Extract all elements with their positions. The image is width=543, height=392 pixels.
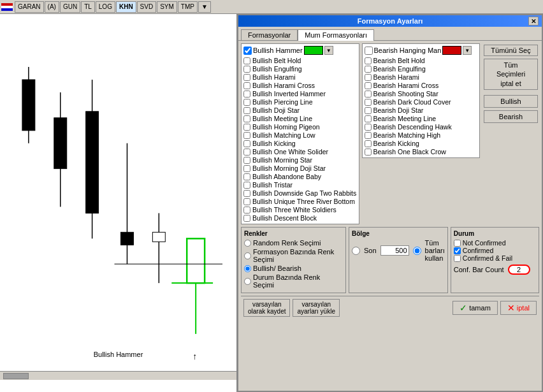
bearish-color-dropdown[interactable]: ▼ [463, 46, 472, 55]
tum-secimleri-iptal-button[interactable]: Tüm Seçimleri iptal et [484, 59, 538, 90]
renkler-section: Renkler Random Renk Seçimi Formasyon Baz… [241, 227, 346, 293]
list-item: Bearish Matching High [365, 131, 478, 139]
bullish-hammer-label: Bullish Hammer [253, 47, 303, 54]
bearish-list-container: Bearish Hanging Man ▼ Bearish Belt Hold … [362, 43, 481, 158]
list-item: Bullish Abandone Baby [243, 173, 357, 180]
dialog-content: Bullish Hammer ▼ Bullish Belt Hold Bulli… [238, 41, 542, 322]
svg-text:↑: ↑ [192, 351, 197, 361]
toolbar-dropdown[interactable]: ▼ [198, 1, 211, 13]
bottom-sections: Renkler Random Renk Seçimi Formasyon Baz… [241, 227, 539, 293]
tab-formasyonlar[interactable]: Formasyonlar [241, 29, 298, 40]
tum-barlari-kullan-label: Tüm barları kullan [425, 239, 445, 262]
son-input[interactable] [380, 245, 409, 256]
check-icon: ✓ [460, 303, 467, 313]
list-item: Bullish Harami Cross [243, 82, 357, 89]
iptal-button[interactable]: ✕ iptal [500, 301, 537, 315]
durum-confirmed-fail: Confirmed & Fail [454, 254, 536, 262]
renkler-title: Renkler [244, 230, 343, 237]
main-area: ↑ Bullish Hammer Formasyon Ayarları ✕ Fo… [0, 14, 543, 392]
toolbar-svd[interactable]: SVD [137, 1, 157, 13]
bullish-color-swatch [304, 46, 323, 55]
top-row: Bullish Hammer ▼ Bullish Belt Hold Bulli… [241, 43, 539, 224]
list-item: Bullish Meeting Line [243, 115, 357, 122]
toolbar-sym[interactable]: SYM [157, 1, 177, 13]
varsayilan-kaydet-button[interactable]: varsayılan olarak kaydet [243, 299, 290, 317]
svg-rect-1 [22, 80, 35, 131]
bullish-hammer-checkbox[interactable] [243, 47, 252, 55]
svg-rect-11 [187, 238, 205, 283]
bullish-color-dropdown[interactable]: ▼ [324, 46, 333, 55]
list-item: Bullish Morning Doji Star [243, 164, 357, 172]
chart-label: Bullish Hammer [94, 351, 143, 358]
list-item: Bearish Doji Star [365, 106, 478, 114]
bottom-right-buttons: ✓ tamam ✕ iptal [452, 301, 537, 315]
toolbar-log[interactable]: LOG [96, 1, 115, 13]
list-item: Bullish Unique Three River Bottom [243, 198, 357, 205]
tab-mum-formasyonlari[interactable]: Mum Formasyonları [298, 29, 374, 41]
svg-rect-5 [86, 112, 99, 214]
scrollbar-thumb[interactable] [3, 373, 29, 379]
tumunu-sec-button[interactable]: Tümünü Seç [484, 45, 538, 56]
bearish-button[interactable]: Bearish [484, 110, 538, 123]
list-item: Bullish Descent Block [243, 214, 357, 222]
list-item: Bearish One Black Crow [365, 148, 478, 156]
toolbar-tl[interactable]: TL [81, 1, 95, 13]
bottom-left-buttons: varsayılan olarak kaydet varsayılan ayar… [243, 299, 340, 317]
svg-rect-9 [152, 232, 165, 242]
durum-title: Durum [454, 230, 536, 237]
svg-rect-3 [54, 118, 67, 169]
son-label: Son [364, 247, 377, 254]
bullish-checkbox-list: Bullish Belt Hold Bullish Engulfing Bull… [243, 57, 357, 222]
list-item: Bullish Inverted Hammer [243, 90, 357, 98]
tamam-button[interactable]: ✓ tamam [452, 301, 498, 315]
durum-confirmed: Confirmed [454, 247, 536, 254]
dialog-panel: Formasyon Ayarları ✕ Formasyonlar Mum Fo… [237, 14, 543, 392]
list-item: Bullish Harami [243, 73, 357, 81]
bullish-header-row: Bullish Hammer ▼ [243, 46, 357, 55]
toolbar-gun[interactable]: GUN [60, 1, 80, 13]
radio-formasyon: Formasyon Bazında Renk Seçimi [244, 248, 343, 263]
toolbar-period[interactable]: (A) [45, 1, 59, 13]
candlestick-chart: ↑ [0, 14, 236, 371]
chart-scrollbar[interactable] [0, 371, 236, 380]
list-item: Bullish Tristar [243, 181, 357, 189]
list-item: Bearish Kicking [365, 140, 478, 147]
radio-bullish-bearish: Bullish/ Bearish [244, 265, 343, 272]
bearish-header-row: Bearish Hanging Man ▼ [365, 46, 478, 55]
toolbar-tmp[interactable]: TMP [178, 1, 198, 13]
list-item: Bullish Kicking [243, 140, 357, 147]
toolbar-garan[interactable]: GARAN [15, 1, 44, 13]
list-item: Bearish Descending Hawk [365, 123, 478, 131]
list-item: Bearish Dark Cloud Cover [365, 98, 478, 106]
list-item: Bullish Matching Low [243, 131, 357, 139]
tab-bar: Formasyonlar Mum Formasyonları [238, 27, 542, 41]
list-item: Bullish Doji Star [243, 106, 357, 114]
dialog-titlebar: Formasyon Ayarları ✕ [238, 15, 542, 27]
list-item: Bullish Piercing Line [243, 98, 357, 106]
flag-icon [1, 3, 13, 11]
bullish-list-container: Bullish Hammer ▼ Bullish Belt Hold Bulli… [241, 43, 359, 224]
conf-bar-count-row: Conf. Bar Count [454, 265, 536, 275]
bearish-color-swatch [442, 46, 461, 55]
durum-section: Durum Not Confirmed Confirmed Confirmed … [451, 227, 539, 293]
list-item: Bullish Morning Star [243, 156, 357, 164]
list-item: Bearish Harami Cross [365, 82, 478, 89]
x-icon: ✕ [507, 303, 515, 313]
radio-random: Random Renk Seçimi [244, 239, 343, 247]
list-item: Bullish Engulfing [243, 65, 357, 73]
bullish-button[interactable]: Bullish [484, 95, 538, 108]
conf-bar-count-label: Conf. Bar Count [454, 266, 504, 273]
conf-bar-count-input[interactable] [508, 265, 530, 275]
bolge-row: Son Tüm barları kullan [352, 239, 445, 262]
list-item: Bullish Belt Hold [243, 57, 357, 64]
dialog-close-button[interactable]: ✕ [528, 17, 539, 25]
toolbar-khn[interactable]: KHN [116, 1, 136, 13]
list-item: Bullish One White Solider [243, 148, 357, 156]
right-button-panel: Tümünü Seç Tüm Seçimleri iptal et Bullis… [482, 43, 539, 124]
radio-durum: Durum Bazında Renk Seçimi [244, 273, 343, 289]
toolbar: GARAN (A) GUN TL LOG KHN SVD SYM TMP ▼ [0, 0, 543, 14]
varsayilan-yukle-button[interactable]: varsayılan ayarları yükle [293, 299, 339, 317]
bearish-hanging-man-checkbox[interactable] [365, 47, 373, 55]
dialog-title: Formasyon Ayarları [358, 17, 423, 25]
list-item: Bearish Harami [365, 73, 478, 81]
